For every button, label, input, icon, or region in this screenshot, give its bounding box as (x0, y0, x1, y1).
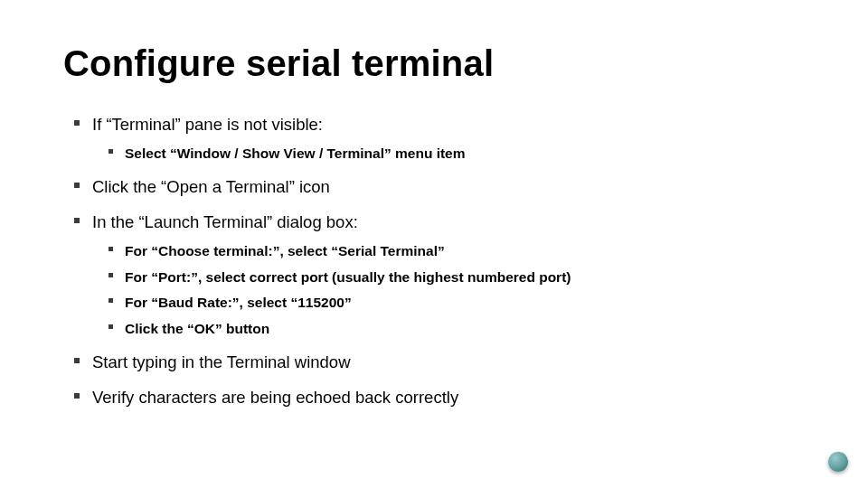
sub-bullet-item: Select “Window / Show View / Terminal” m… (108, 144, 805, 164)
sub-bullet-item: For “Baud Rate:”, select “115200” (108, 293, 805, 313)
bullet-text: In the “Launch Terminal” dialog box: (92, 212, 358, 231)
bullet-item: Click the “Open a Terminal” icon (74, 176, 805, 199)
sub-bullet-item: For “Choose terminal:”, select “Serial T… (108, 241, 805, 261)
sub-bullet-list: For “Choose terminal:”, select “Serial T… (92, 241, 805, 339)
bullet-item: If “Terminal” pane is not visible: Selec… (74, 114, 805, 164)
sub-bullet-item: For “Port:”, select correct port (usuall… (108, 267, 805, 287)
bullet-text: Click the “Open a Terminal” icon (92, 177, 330, 196)
bullet-list: If “Terminal” pane is not visible: Selec… (63, 114, 805, 409)
bullet-item: Verify characters are being echoed back … (74, 387, 805, 409)
bullet-text: If “Terminal” pane is not visible: (92, 115, 323, 134)
slide-sphere-decoration (828, 452, 848, 472)
sub-bullet-list: Select “Window / Show View / Terminal” m… (92, 144, 805, 164)
bullet-text: Start typing in the Terminal window (92, 352, 351, 371)
bullet-item: Start typing in the Terminal window (74, 352, 805, 374)
bullet-item: In the “Launch Terminal” dialog box: For… (74, 211, 805, 339)
sub-bullet-item: Click the “OK” button (108, 319, 805, 339)
slide-title: Configure serial terminal (63, 45, 805, 81)
bullet-text: Verify characters are being echoed back … (92, 388, 458, 407)
